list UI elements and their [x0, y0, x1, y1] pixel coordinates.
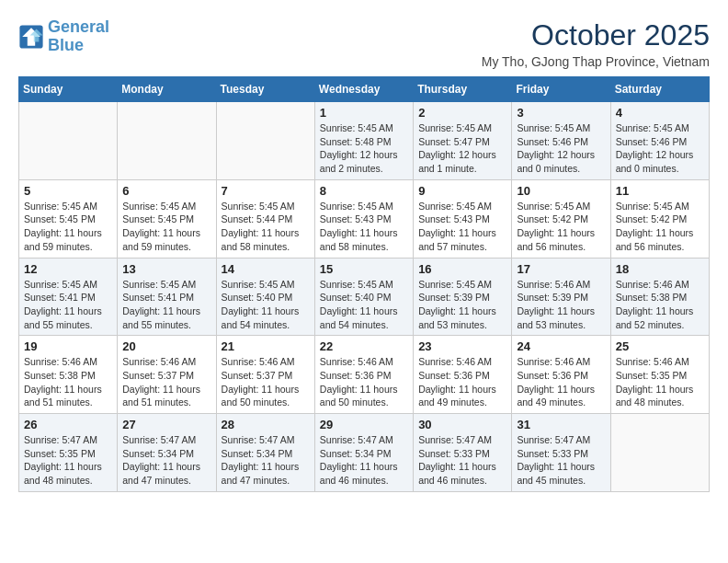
- day-number: 17: [517, 262, 605, 276]
- day-number: 16: [418, 262, 506, 276]
- day-info: Sunrise: 5:47 AM Sunset: 5:34 PM Dayligh…: [222, 433, 310, 488]
- calendar-cell: 9Sunrise: 5:45 AM Sunset: 5:43 PM Daylig…: [414, 179, 512, 258]
- header-row: Sunday Monday Tuesday Wednesday Thursday…: [19, 77, 710, 102]
- day-info: Sunrise: 5:45 AM Sunset: 5:47 PM Dayligh…: [418, 121, 506, 176]
- day-number: 31: [517, 418, 605, 431]
- page: General Blue October 2025 My Tho, GJong …: [0, 0, 728, 501]
- day-info: Sunrise: 5:47 AM Sunset: 5:33 PM Dayligh…: [418, 433, 506, 488]
- day-info: Sunrise: 5:45 AM Sunset: 5:40 PM Dayligh…: [222, 278, 310, 332]
- calendar-cell: 3Sunrise: 5:45 AM Sunset: 5:46 PM Daylig…: [512, 102, 610, 180]
- day-number: 13: [122, 262, 210, 276]
- calendar-cell: 26Sunrise: 5:47 AM Sunset: 5:35 PM Dayli…: [19, 414, 118, 492]
- calendar-week-0: 1Sunrise: 5:45 AM Sunset: 5:48 PM Daylig…: [19, 102, 710, 180]
- day-info: Sunrise: 5:45 AM Sunset: 5:43 PM Dayligh…: [418, 200, 506, 254]
- day-info: Sunrise: 5:46 AM Sunset: 5:36 PM Dayligh…: [418, 355, 506, 409]
- day-info: Sunrise: 5:46 AM Sunset: 5:37 PM Dayligh…: [222, 355, 310, 409]
- day-info: Sunrise: 5:46 AM Sunset: 5:38 PM Dayligh…: [24, 355, 112, 409]
- day-number: 23: [418, 339, 506, 353]
- day-number: 28: [222, 418, 310, 431]
- day-info: Sunrise: 5:45 AM Sunset: 5:41 PM Dayligh…: [24, 278, 112, 332]
- calendar-cell: 15Sunrise: 5:45 AM Sunset: 5:40 PM Dayli…: [314, 258, 413, 336]
- calendar-cell: 23Sunrise: 5:46 AM Sunset: 5:36 PM Dayli…: [414, 336, 512, 414]
- calendar-cell: 17Sunrise: 5:46 AM Sunset: 5:39 PM Dayli…: [512, 258, 610, 336]
- day-number: 18: [616, 262, 704, 276]
- calendar-cell: 5Sunrise: 5:45 AM Sunset: 5:45 PM Daylig…: [19, 179, 118, 258]
- calendar-cell: 25Sunrise: 5:46 AM Sunset: 5:35 PM Dayli…: [610, 336, 709, 414]
- calendar-week-4: 26Sunrise: 5:47 AM Sunset: 5:35 PM Dayli…: [19, 414, 710, 492]
- calendar-cell: 11Sunrise: 5:45 AM Sunset: 5:42 PM Dayli…: [610, 179, 709, 258]
- calendar-cell: 31Sunrise: 5:47 AM Sunset: 5:33 PM Dayli…: [512, 414, 610, 492]
- day-info: Sunrise: 5:46 AM Sunset: 5:38 PM Dayligh…: [616, 278, 704, 332]
- day-number: 5: [24, 184, 112, 198]
- logo-text: General Blue: [48, 18, 109, 55]
- day-info: Sunrise: 5:47 AM Sunset: 5:35 PM Dayligh…: [24, 433, 112, 488]
- calendar-cell: 30Sunrise: 5:47 AM Sunset: 5:33 PM Dayli…: [414, 414, 512, 492]
- calendar-cell: 14Sunrise: 5:45 AM Sunset: 5:40 PM Dayli…: [216, 258, 314, 336]
- calendar-cell: 7Sunrise: 5:45 AM Sunset: 5:44 PM Daylig…: [216, 179, 314, 258]
- logo-line1: General: [48, 17, 109, 36]
- day-number: 24: [517, 339, 605, 353]
- calendar-cell: 22Sunrise: 5:46 AM Sunset: 5:36 PM Dayli…: [314, 336, 413, 414]
- calendar-header: Sunday Monday Tuesday Wednesday Thursday…: [19, 77, 710, 102]
- header-friday: Friday: [512, 77, 610, 102]
- day-info: Sunrise: 5:45 AM Sunset: 5:46 PM Dayligh…: [616, 121, 704, 176]
- day-number: 21: [222, 339, 310, 353]
- calendar-cell: 18Sunrise: 5:46 AM Sunset: 5:38 PM Dayli…: [610, 258, 709, 336]
- calendar-cell: [118, 102, 216, 180]
- calendar-cell: 19Sunrise: 5:46 AM Sunset: 5:38 PM Dayli…: [19, 336, 118, 414]
- day-info: Sunrise: 5:46 AM Sunset: 5:39 PM Dayligh…: [517, 278, 605, 332]
- day-number: 25: [616, 339, 704, 353]
- day-info: Sunrise: 5:47 AM Sunset: 5:34 PM Dayligh…: [122, 433, 210, 488]
- calendar-week-1: 5Sunrise: 5:45 AM Sunset: 5:45 PM Daylig…: [19, 179, 710, 258]
- day-number: 27: [122, 418, 210, 431]
- day-number: 1: [320, 106, 408, 120]
- day-number: 22: [320, 339, 408, 353]
- calendar-cell: 20Sunrise: 5:46 AM Sunset: 5:37 PM Dayli…: [118, 336, 216, 414]
- calendar-week-3: 19Sunrise: 5:46 AM Sunset: 5:38 PM Dayli…: [19, 336, 710, 414]
- day-number: 11: [616, 184, 704, 198]
- calendar-cell: 12Sunrise: 5:45 AM Sunset: 5:41 PM Dayli…: [19, 258, 118, 336]
- header-thursday: Thursday: [414, 77, 512, 102]
- day-info: Sunrise: 5:47 AM Sunset: 5:34 PM Dayligh…: [320, 433, 408, 488]
- day-info: Sunrise: 5:46 AM Sunset: 5:37 PM Dayligh…: [122, 355, 210, 409]
- header-sunday: Sunday: [19, 77, 118, 102]
- header: General Blue October 2025 My Tho, GJong …: [18, 18, 710, 69]
- logo-line2: Blue: [48, 36, 84, 54]
- calendar-cell: [216, 102, 314, 180]
- day-info: Sunrise: 5:46 AM Sunset: 5:35 PM Dayligh…: [616, 355, 704, 409]
- calendar-cell: 8Sunrise: 5:45 AM Sunset: 5:43 PM Daylig…: [314, 179, 413, 258]
- day-number: 19: [24, 339, 112, 353]
- header-saturday: Saturday: [610, 77, 709, 102]
- day-number: 8: [320, 184, 408, 198]
- day-info: Sunrise: 5:45 AM Sunset: 5:42 PM Dayligh…: [616, 200, 704, 254]
- calendar-cell: 1Sunrise: 5:45 AM Sunset: 5:48 PM Daylig…: [314, 102, 413, 180]
- day-number: 7: [222, 184, 310, 198]
- calendar-cell: 28Sunrise: 5:47 AM Sunset: 5:34 PM Dayli…: [216, 414, 314, 492]
- day-info: Sunrise: 5:45 AM Sunset: 5:45 PM Dayligh…: [24, 200, 112, 254]
- day-info: Sunrise: 5:45 AM Sunset: 5:42 PM Dayligh…: [517, 200, 605, 254]
- day-info: Sunrise: 5:45 AM Sunset: 5:48 PM Dayligh…: [320, 121, 408, 176]
- calendar-cell: 21Sunrise: 5:46 AM Sunset: 5:37 PM Dayli…: [216, 336, 314, 414]
- header-monday: Monday: [118, 77, 216, 102]
- day-number: 10: [517, 184, 605, 198]
- title-block: October 2025 My Tho, GJong Thap Province…: [482, 18, 710, 69]
- logo: General Blue: [18, 18, 109, 55]
- day-number: 4: [616, 106, 704, 120]
- calendar-cell: 27Sunrise: 5:47 AM Sunset: 5:34 PM Dayli…: [118, 414, 216, 492]
- logo-icon: [18, 24, 44, 50]
- calendar-cell: [19, 102, 118, 180]
- calendar-cell: 6Sunrise: 5:45 AM Sunset: 5:45 PM Daylig…: [118, 179, 216, 258]
- day-number: 2: [418, 106, 506, 120]
- location-title: My Tho, GJong Thap Province, Vietnam: [482, 54, 710, 69]
- calendar-week-2: 12Sunrise: 5:45 AM Sunset: 5:41 PM Dayli…: [19, 258, 710, 336]
- day-info: Sunrise: 5:45 AM Sunset: 5:40 PM Dayligh…: [320, 278, 408, 332]
- day-info: Sunrise: 5:45 AM Sunset: 5:41 PM Dayligh…: [122, 278, 210, 332]
- calendar-cell: 16Sunrise: 5:45 AM Sunset: 5:39 PM Dayli…: [414, 258, 512, 336]
- day-number: 14: [222, 262, 310, 276]
- day-info: Sunrise: 5:45 AM Sunset: 5:45 PM Dayligh…: [122, 200, 210, 254]
- day-info: Sunrise: 5:46 AM Sunset: 5:36 PM Dayligh…: [517, 355, 605, 409]
- day-number: 3: [517, 106, 605, 120]
- day-number: 29: [320, 418, 408, 431]
- calendar-cell: [610, 414, 709, 492]
- day-info: Sunrise: 5:45 AM Sunset: 5:44 PM Dayligh…: [222, 200, 310, 254]
